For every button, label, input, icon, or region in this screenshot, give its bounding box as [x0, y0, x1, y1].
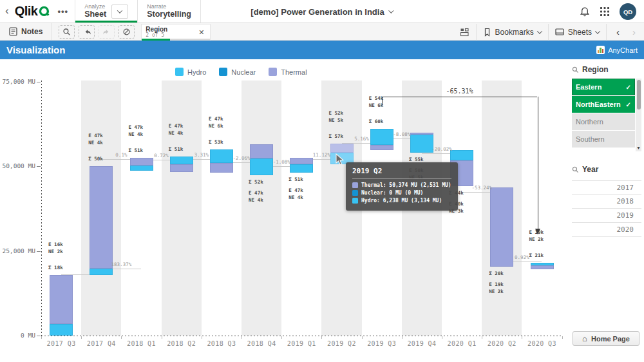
- divider: [200, 0, 201, 23]
- bar-label-eastern: E 47k: [289, 187, 303, 193]
- bar-label-eastern: E 47k: [129, 124, 144, 130]
- connector-percent-label: -53.24%: [461, 185, 502, 191]
- home-page-button[interactable]: ⌂ Home Page: [573, 331, 639, 346]
- chevron-down-icon: [388, 8, 393, 13]
- chevron-down-icon: [117, 8, 122, 13]
- x-axis-label: 2018 Q1: [121, 340, 161, 347]
- tooltip-row: Thermal: 50,374 MU (2,531 MU): [352, 182, 451, 188]
- back-button[interactable]: ‹: [5, 5, 9, 16]
- region-filter-title[interactable]: Region: [572, 65, 641, 74]
- year-item-2019[interactable]: 2019: [572, 209, 641, 223]
- region-item-eastern[interactable]: Eastern✓: [572, 79, 635, 95]
- bar-segment-thermal[interactable]: [90, 166, 113, 269]
- x-axis-tick: [121, 336, 122, 339]
- sheet-objects-layout-icon[interactable]: [460, 28, 469, 37]
- qlik-logo: Qlik: [15, 4, 51, 19]
- bar-label-northeastern: NE 2k: [489, 289, 504, 294]
- connector-percent-label: -8.08%: [381, 131, 422, 137]
- clear-selections-button[interactable]: [118, 25, 135, 39]
- legend-item-hydro[interactable]: Hydro: [175, 68, 206, 76]
- annotation-stub: [382, 97, 383, 105]
- scrollbar-thumb[interactable]: [637, 80, 641, 110]
- divider: [548, 24, 549, 41]
- sheet-dropdown-button[interactable]: [111, 5, 128, 19]
- x-axis-tick: [402, 336, 402, 339]
- x-axis-tick: [522, 336, 522, 339]
- waterfall-chart[interactable]: HydroNuclearThermal 2019 Q2 Thermal: 50,…: [0, 59, 568, 362]
- selection-tab-region[interactable]: Region 2 of 5 ✕: [141, 24, 211, 41]
- x-axis-label: 2018 Q2: [162, 340, 202, 347]
- tooltip-swatch: [352, 190, 358, 196]
- step-forward-selection-button[interactable]: [99, 25, 115, 39]
- previous-sheet-button[interactable]: ‹: [613, 26, 623, 37]
- app-title-dropdown[interactable]: [demo] Power Generation in India: [251, 0, 393, 23]
- region-item-northern[interactable]: Northern: [572, 113, 635, 130]
- narrate-eyebrow: Narrate: [147, 3, 191, 10]
- x-axis-label: 2019 Q1: [281, 340, 321, 347]
- tab-narrate-storytelling[interactable]: Narrate Storytelling: [138, 0, 200, 23]
- year-item-2018[interactable]: 2018: [572, 195, 641, 209]
- bar-segment-hydro[interactable]: [50, 324, 73, 336]
- region-item-northeastern[interactable]: NorthEastern✓: [572, 96, 635, 113]
- close-icon[interactable]: ✕: [196, 28, 206, 37]
- bar-segment-hydro[interactable]: [130, 166, 153, 171]
- bar-segment-thermal_light[interactable]: [330, 144, 354, 153]
- legend-item-nuclear[interactable]: Nuclear: [219, 68, 256, 76]
- qlik-logo-text: Qlik: [15, 4, 38, 19]
- y-axis-tick: [37, 336, 41, 336]
- x-axis-label: 2017 Q3: [41, 340, 81, 347]
- bar-segment-thermal[interactable]: [170, 164, 193, 172]
- y-axis-label: 50,000 MU: [0, 162, 35, 169]
- next-sheet-button[interactable]: ›: [629, 26, 639, 37]
- sheets-icon: [555, 28, 564, 36]
- bookmarks-dropdown[interactable]: Bookmarks: [483, 28, 542, 37]
- sheets-dropdown[interactable]: Sheets: [555, 28, 600, 37]
- check-icon: ✓: [626, 84, 631, 91]
- listbox-scrollbar[interactable]: ▼: [636, 79, 641, 151]
- y-axis-tick: [37, 82, 41, 82]
- legend-item-thermal[interactable]: Thermal: [269, 68, 307, 76]
- bar-label-total: Σ 55k: [409, 157, 424, 162]
- bar-segment-hydro[interactable]: [531, 263, 554, 265]
- chart-tooltip: 2019 Q2 Thermal: 50,374 MU (2,531 MU)Nuc…: [346, 162, 458, 211]
- bar-label-northeastern: NE 4k: [169, 130, 184, 136]
- bar-segment-hydro[interactable]: [90, 269, 113, 275]
- x-axis-tick: [321, 336, 322, 339]
- bar-segment-thermal[interactable]: [210, 163, 233, 173]
- year-filter-title[interactable]: Year: [572, 165, 641, 174]
- connector-percent-label: 183.37%: [100, 262, 142, 267]
- bar-label-total: Σ 53k: [209, 139, 223, 145]
- user-avatar[interactable]: QD: [620, 3, 636, 20]
- bar-label-northeastern: NE 4k: [249, 197, 263, 203]
- anychart-badge[interactable]: AnyChart: [596, 46, 638, 54]
- divider: [606, 24, 607, 41]
- tooltip-value: Hydro: 6,238 MU (3,134 MU): [361, 198, 442, 204]
- scrollbar-down-arrow[interactable]: ▼: [636, 145, 641, 151]
- notifications-bell-icon[interactable]: [580, 6, 590, 17]
- bar-segment-thermal[interactable]: [370, 145, 393, 150]
- selection-progress-bar: [142, 39, 210, 41]
- search-icon: [572, 66, 579, 73]
- y-axis-tick: [37, 166, 41, 167]
- bar-segment-thermal[interactable]: [531, 265, 554, 269]
- sheet-toolbar: Notes: [0, 23, 644, 41]
- notes-label: Notes: [21, 27, 43, 36]
- bar-label-total: Σ 60k: [369, 119, 384, 124]
- smart-search-selections-button[interactable]: [59, 25, 75, 39]
- notes-button[interactable]: Notes: [0, 23, 52, 40]
- app-launcher-grid-icon[interactable]: [600, 7, 609, 16]
- year-item-2020[interactable]: 2020: [572, 223, 641, 237]
- bar-segment-hydro[interactable]: [290, 164, 313, 173]
- connector-percent-label: 0.92%: [501, 254, 542, 260]
- x-axis-tick: [482, 336, 482, 339]
- region-item-southern[interactable]: Southern: [572, 131, 635, 148]
- bar-segment-thermal[interactable]: [130, 158, 153, 166]
- bar-segment-thermal[interactable]: [50, 275, 73, 324]
- step-back-selection-button[interactable]: [79, 25, 95, 39]
- bar-label-eastern: E 19k: [489, 281, 504, 287]
- year-item-2017[interactable]: 2017: [572, 180, 641, 195]
- tab-analyze-sheet[interactable]: Analyze Sheet: [75, 0, 137, 23]
- bar-label-eastern: E 47k: [169, 123, 184, 129]
- x-axis-tick: [362, 336, 363, 339]
- more-menu-button[interactable]: •••: [57, 6, 68, 16]
